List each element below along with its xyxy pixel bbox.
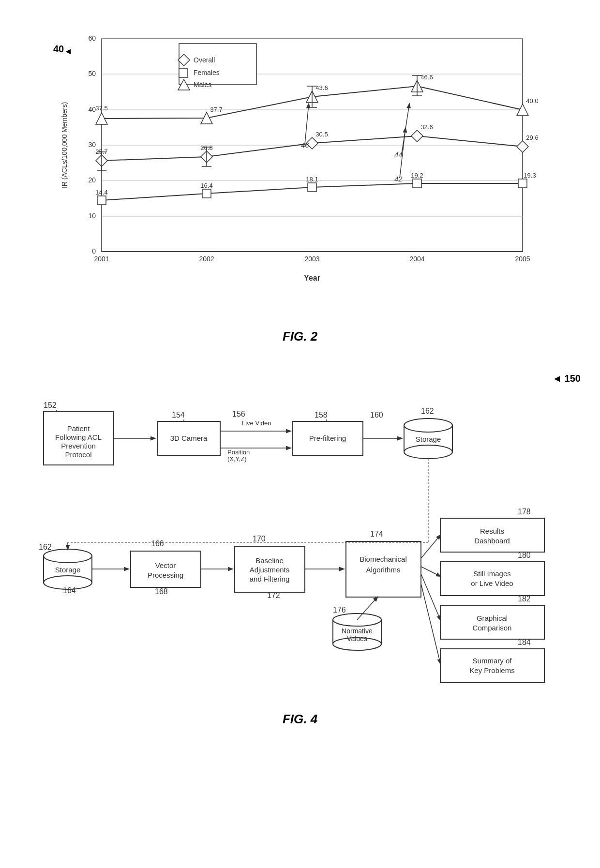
- svg-text:Year: Year: [304, 274, 320, 282]
- svg-text:172: 172: [267, 591, 280, 599]
- svg-text:37.7: 37.7: [210, 106, 222, 113]
- svg-text:154: 154: [172, 411, 185, 419]
- svg-text:Values: Values: [347, 635, 367, 643]
- svg-text:42: 42: [394, 175, 403, 183]
- fig4-caption: FIG. 4: [29, 712, 571, 727]
- svg-rect-150: [440, 605, 544, 639]
- svg-text:20: 20: [88, 176, 96, 184]
- svg-text:162: 162: [39, 543, 52, 551]
- svg-text:29.6: 29.6: [526, 134, 538, 141]
- svg-text:44: 44: [394, 150, 403, 159]
- svg-text:178: 178: [518, 508, 531, 516]
- svg-text:Vector: Vector: [155, 561, 176, 569]
- svg-text:Storage: Storage: [55, 566, 81, 574]
- svg-text:Females: Females: [194, 69, 220, 76]
- svg-text:32.6: 32.6: [420, 123, 433, 131]
- svg-text:Normative: Normative: [342, 627, 373, 635]
- svg-rect-35: [413, 179, 421, 188]
- svg-text:Pre-filtering: Pre-filtering: [309, 434, 346, 442]
- svg-text:170: 170: [253, 535, 266, 543]
- svg-text:40.0: 40.0: [526, 97, 538, 105]
- fig2-caption: FIG. 2: [29, 329, 571, 344]
- svg-text:Comparison: Comparison: [473, 624, 512, 632]
- svg-text:176: 176: [333, 606, 346, 614]
- svg-text:Males: Males: [194, 81, 211, 89]
- svg-text:Key Problems: Key Problems: [469, 666, 514, 674]
- svg-text:174: 174: [370, 530, 383, 538]
- svg-point-102: [404, 419, 452, 432]
- fig2-section: 40 ◄ 60 50 40 30: [29, 29, 571, 344]
- svg-rect-34: [308, 183, 316, 192]
- svg-marker-26: [517, 141, 528, 152]
- svg-rect-70: [179, 44, 256, 85]
- svg-text:Live Video: Live Video: [242, 419, 271, 427]
- svg-text:0: 0: [92, 247, 96, 255]
- svg-text:19.3: 19.3: [524, 172, 536, 179]
- svg-text:2001: 2001: [94, 255, 109, 263]
- svg-text:Dashboard: Dashboard: [474, 537, 510, 545]
- svg-line-159: [421, 584, 440, 663]
- svg-text:Storage: Storage: [416, 435, 441, 443]
- svg-text:158: 158: [315, 411, 328, 419]
- svg-text:152: 152: [44, 401, 57, 409]
- svg-marker-25: [411, 130, 423, 142]
- svg-text:156: 156: [232, 410, 245, 418]
- svg-text:Position: Position: [227, 449, 250, 456]
- svg-text:2005: 2005: [515, 255, 530, 263]
- svg-text:Patient: Patient: [67, 424, 90, 433]
- svg-text:2004: 2004: [409, 255, 424, 263]
- svg-text:Protocol: Protocol: [65, 450, 91, 459]
- svg-text:60: 60: [88, 34, 96, 42]
- page: 40 ◄ 60 50 40 30: [0, 0, 600, 868]
- svg-text:Prevention: Prevention: [61, 442, 96, 450]
- svg-text:(X,Y,Z): (X,Y,Z): [227, 455, 247, 463]
- svg-rect-36: [518, 179, 527, 188]
- svg-rect-155: [440, 649, 544, 683]
- svg-text:3D Camera: 3D Camera: [170, 434, 208, 442]
- svg-text:Summary of: Summary of: [473, 657, 512, 665]
- svg-text:46.6: 46.6: [420, 74, 433, 81]
- svg-text:168: 168: [155, 587, 168, 596]
- svg-text:Baseline: Baseline: [255, 556, 284, 565]
- svg-text:2002: 2002: [199, 255, 214, 263]
- svg-text:160: 160: [370, 411, 383, 419]
- svg-text:14.4: 14.4: [95, 189, 107, 196]
- svg-text:10: 10: [88, 212, 96, 220]
- svg-point-103: [404, 445, 452, 459]
- svg-text:18.1: 18.1: [306, 176, 318, 183]
- svg-text:184: 184: [518, 638, 531, 646]
- svg-text:2003: 2003: [304, 255, 319, 263]
- svg-text:19.2: 19.2: [411, 172, 423, 179]
- svg-line-144: [421, 535, 440, 558]
- svg-text:Still Images: Still Images: [473, 569, 511, 578]
- svg-text:IR (ACLs/100,000 Members): IR (ACLs/100,000 Members): [60, 102, 68, 188]
- svg-text:162: 162: [421, 407, 434, 415]
- svg-text:40: 40: [88, 105, 96, 113]
- svg-text:Biomechanical: Biomechanical: [360, 555, 407, 563]
- svg-text:Results: Results: [480, 527, 504, 535]
- svg-text:Adjustments: Adjustments: [250, 566, 290, 574]
- svg-text:and Filtering: and Filtering: [250, 575, 290, 583]
- svg-point-107: [44, 549, 92, 563]
- svg-rect-73: [179, 69, 188, 77]
- svg-text:182: 182: [518, 595, 531, 603]
- svg-rect-145: [440, 562, 544, 596]
- svg-text:30.5: 30.5: [315, 131, 328, 138]
- svg-text:164: 164: [63, 586, 76, 595]
- svg-rect-140: [440, 518, 544, 552]
- svg-text:Overall: Overall: [194, 56, 215, 64]
- fig4-reference-number: ◄ 150: [552, 373, 581, 384]
- svg-text:16.4: 16.4: [200, 182, 212, 189]
- svg-text:166: 166: [151, 539, 164, 548]
- fig2-chart-svg: 60 50 40 30 20 10 0 2001 2002 2003 2004 …: [58, 34, 581, 295]
- svg-text:Processing: Processing: [148, 571, 183, 579]
- svg-line-149: [421, 567, 440, 576]
- svg-text:50: 50: [88, 70, 96, 77]
- fig4-flowchart-svg: Patient Following ACL Prevention Protoco…: [34, 373, 566, 702]
- svg-text:or Live Video: or Live Video: [471, 579, 513, 587]
- svg-text:43.6: 43.6: [315, 84, 328, 91]
- svg-text:Graphical: Graphical: [477, 614, 508, 622]
- svg-text:180: 180: [518, 551, 531, 559]
- fig4-section: ◄ 150 Patient Following ACL Prevention P…: [29, 373, 571, 727]
- svg-text:30: 30: [88, 141, 96, 149]
